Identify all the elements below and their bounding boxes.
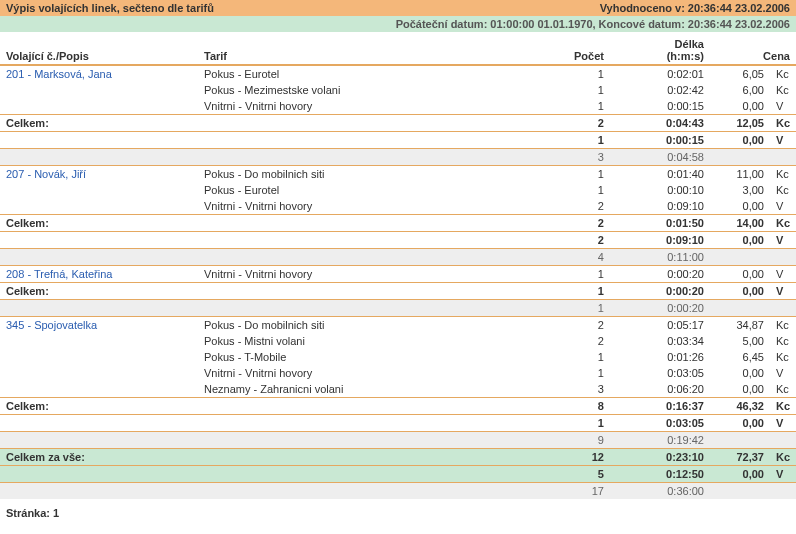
cell-unit: Kc — [770, 182, 796, 198]
cell-tarif: Vnitrni - Vnitrni hovory — [198, 365, 550, 381]
cell-unit: V — [770, 232, 796, 249]
table-row: Vnitrni - Vnitrni hovory10:03:050,00V — [0, 365, 796, 381]
cell-unit: Kc — [770, 349, 796, 365]
cell-delka: 0:12:50 — [610, 466, 710, 483]
report-title: Výpis volajících linek, sečteno dle tari… — [6, 2, 214, 14]
col-caller: Volající č./Popis — [0, 32, 198, 65]
cell-delka: 0:01:26 — [610, 349, 710, 365]
cell-cena: 14,00 — [710, 215, 770, 232]
caller-link[interactable]: 208 - Trefná, Kateřina — [6, 268, 112, 280]
cell-unit: V — [770, 98, 796, 115]
cell-unit: V — [770, 132, 796, 149]
cell-delka: 0:36:00 — [610, 483, 710, 500]
cell-delka: 0:03:05 — [610, 365, 710, 381]
table-row: Vnitrni - Vnitrni hovory10:00:150,00V — [0, 98, 796, 115]
cell-pocet: 3 — [550, 381, 610, 398]
cell-pocet: 1 — [550, 349, 610, 365]
cell-cena: 34,87 — [710, 317, 770, 334]
table-row: Pokus - T-Mobile10:01:266,45Kc — [0, 349, 796, 365]
cell-tarif: Pokus - Eurotel — [198, 182, 550, 198]
cell-pocet: 2 — [550, 232, 610, 249]
cell-unit: V — [770, 266, 796, 283]
cell-delka: 0:11:00 — [610, 249, 710, 266]
table-row: 208 - Trefná, KateřinaVnitrni - Vnitrni … — [0, 266, 796, 283]
cell-unit: Kc — [770, 115, 796, 132]
report-timestamp: Vyhodnoceno v: 20:36:44 23.02.2006 — [600, 2, 790, 14]
cell-pocet: 1 — [550, 65, 610, 82]
cell-cena: 0,00 — [710, 365, 770, 381]
cell-delka: 0:09:10 — [610, 232, 710, 249]
cell-tarif: Vnitrni - Vnitrni hovory — [198, 266, 550, 283]
cell-pocet: 1 — [550, 82, 610, 98]
group-subtotal-row: 10:00:20 — [0, 300, 796, 317]
caller-link[interactable]: 201 - Marksová, Jana — [6, 68, 112, 80]
cell-unit: Kc — [770, 333, 796, 349]
grand-subtotal-row: 170:36:00 — [0, 483, 796, 500]
cell-pocet: 9 — [550, 432, 610, 449]
cell-delka: 0:16:37 — [610, 398, 710, 415]
cell-delka: 0:04:43 — [610, 115, 710, 132]
cell-delka: 0:09:10 — [610, 198, 710, 215]
page-number: Stránka: 1 — [0, 499, 796, 527]
cell-cena: 0,00 — [710, 283, 770, 300]
cell-cena: 11,00 — [710, 166, 770, 183]
cell-tarif: Pokus - Mezimestske volani — [198, 82, 550, 98]
table-row: Neznamy - Zahranicni volani30:06:200,00K… — [0, 381, 796, 398]
cell-cena: 0,00 — [710, 198, 770, 215]
cell-tarif: Pokus - Do mobilnich siti — [198, 317, 550, 334]
cell-pocet: 2 — [550, 317, 610, 334]
cell-pocet: 2 — [550, 333, 610, 349]
cell-delka: 0:02:42 — [610, 82, 710, 98]
cell-unit: Kc — [770, 82, 796, 98]
cell-cena: 0,00 — [710, 266, 770, 283]
celkem-label: Celkem: — [0, 398, 198, 415]
cell-cena: 0,00 — [710, 466, 770, 483]
cell-tarif: Pokus - Do mobilnich siti — [198, 166, 550, 183]
celkem-label: Celkem: — [0, 115, 198, 132]
cell-delka: 0:01:40 — [610, 166, 710, 183]
celkem-label — [0, 232, 198, 249]
cell-unit: Kc — [770, 65, 796, 82]
col-delka-label: Délka — [675, 38, 704, 50]
cell-delka: 0:00:20 — [610, 283, 710, 300]
cell-pocet: 12 — [550, 449, 610, 466]
cell-pocet: 17 — [550, 483, 610, 500]
cell-unit: V — [770, 365, 796, 381]
cell-delka: 0:03:05 — [610, 415, 710, 432]
cell-cena: 0,00 — [710, 415, 770, 432]
cell-tarif: Vnitrni - Vnitrni hovory — [198, 98, 550, 115]
caller-link[interactable]: 207 - Novák, Jiří — [6, 168, 86, 180]
table-row: Pokus - Mistni volani20:03:345,00Kc — [0, 333, 796, 349]
cell-cena: 0,00 — [710, 381, 770, 398]
cell-tarif: Vnitrni - Vnitrni hovory — [198, 198, 550, 215]
report-daterange: Počáteční datum: 01:00:00 01.01.1970, Ko… — [0, 16, 796, 32]
cell-cena: 0,00 — [710, 232, 770, 249]
col-delka-sub: (h:m:s) — [616, 50, 704, 62]
cell-delka: 0:00:10 — [610, 182, 710, 198]
cell-cena: 5,00 — [710, 333, 770, 349]
grand-total-row: Celkem za vše:120:23:1072,37Kc — [0, 449, 796, 466]
cell-cena: 46,32 — [710, 398, 770, 415]
group-total-row: Celkem:20:04:4312,05Kc — [0, 115, 796, 132]
cell-unit: V — [770, 283, 796, 300]
cell-cena: 0,00 — [710, 98, 770, 115]
group-subtotal-row: 40:11:00 — [0, 249, 796, 266]
cell-delka: 0:02:01 — [610, 65, 710, 82]
grand-total-row: 50:12:500,00V — [0, 466, 796, 483]
col-pocet: Počet — [550, 32, 610, 65]
cell-cena: 6,00 — [710, 82, 770, 98]
celkem-label: Celkem: — [0, 283, 198, 300]
cell-unit: V — [770, 466, 796, 483]
cell-delka: 0:05:17 — [610, 317, 710, 334]
cell-cena: 6,05 — [710, 65, 770, 82]
group-total-row: 10:03:050,00V — [0, 415, 796, 432]
cell-pocet: 1 — [550, 365, 610, 381]
caller-link[interactable]: 345 - Spojovatelka — [6, 319, 97, 331]
cell-unit: Kc — [770, 166, 796, 183]
celkem-label — [0, 415, 198, 432]
group-total-row: Celkem:80:16:3746,32Kc — [0, 398, 796, 415]
table-row: Pokus - Eurotel10:00:103,00Kc — [0, 182, 796, 198]
group-subtotal-row: 90:19:42 — [0, 432, 796, 449]
cell-unit: Kc — [770, 381, 796, 398]
cell-delka: 0:23:10 — [610, 449, 710, 466]
